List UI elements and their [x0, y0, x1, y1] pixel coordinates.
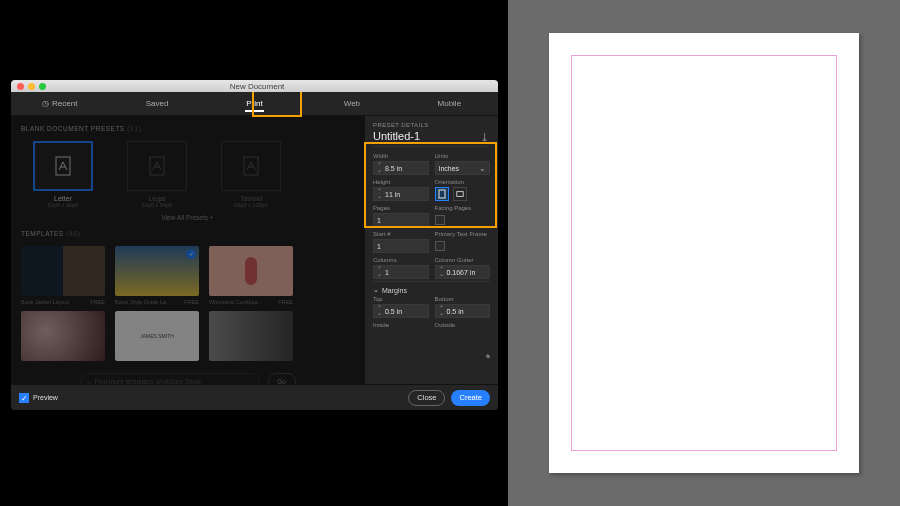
margins-disclosure[interactable]: ⌄Margins: [373, 281, 490, 294]
tab-recent[interactable]: ◷Recent: [11, 93, 108, 114]
create-button[interactable]: Create: [451, 390, 490, 406]
height-field[interactable]: ⌃⌄11 in: [373, 187, 429, 201]
presets-heading: BLANK DOCUMENT PRESETS: [21, 125, 125, 132]
margin-top-field[interactable]: ⌃⌄0.5 in: [373, 304, 429, 318]
tab-print[interactable]: Print: [206, 93, 303, 114]
orientation-landscape[interactable]: [453, 187, 467, 201]
window-title: New Document: [46, 82, 468, 91]
minimize-window-icon[interactable]: [28, 83, 35, 90]
link-margins-icon[interactable]: ⚭: [482, 351, 495, 364]
stepper-icon: ⌃⌄: [377, 267, 382, 277]
columns-field[interactable]: ⌃⌄1: [373, 265, 429, 279]
orientation-portrait[interactable]: [435, 187, 449, 201]
stepper-icon: ⌃⌄: [377, 189, 382, 199]
tab-saved[interactable]: Saved: [108, 93, 205, 114]
tab-web[interactable]: Web: [303, 93, 400, 114]
close-button[interactable]: Close: [408, 390, 445, 406]
stepper-icon: ⌃⌄: [439, 267, 444, 277]
view-all-presets[interactable]: View All Presets +: [21, 214, 354, 221]
units-select[interactable]: Inches: [435, 161, 491, 175]
template-book-jacket[interactable]: Book Jacket LayoutFREE: [21, 246, 105, 305]
category-tabs: ◷Recent Saved Print Web Mobile: [11, 92, 498, 116]
svg-rect-1: [150, 157, 164, 175]
primary-text-frame-checkbox[interactable]: [435, 241, 445, 251]
preset-legal[interactable]: Legal 51p0 x 84p0: [115, 141, 199, 208]
chevron-down-icon: ⌄: [373, 286, 379, 294]
template-cookbook[interactable]: Whimsical Cookboo…FREE: [209, 246, 293, 305]
gutter-field[interactable]: ⌃⌄0.1667 in: [435, 265, 491, 279]
preset-letter[interactable]: Letter 51p0 x 66p0: [21, 141, 105, 208]
svg-rect-2: [244, 157, 258, 175]
zoom-window-icon[interactable]: [39, 83, 46, 90]
preset-tabloid[interactable]: Tabloid 66p0 x 102p0: [209, 141, 293, 208]
presets-panel: BLANK DOCUMENT PRESETS (11) Letter 51p0 …: [11, 116, 364, 410]
width-field[interactable]: ⌃⌄8.5 in: [373, 161, 429, 175]
stepper-icon: ⌃⌄: [377, 163, 382, 173]
window-titlebar: New Document: [11, 80, 498, 92]
tab-mobile[interactable]: Mobile: [401, 93, 498, 114]
svg-rect-0: [56, 157, 70, 175]
facing-pages-checkbox[interactable]: [435, 215, 445, 225]
template-style-guide[interactable]: ✓ Basic Style Guide La…FREE: [115, 246, 199, 305]
blank-page: [549, 33, 859, 473]
result-preview-panel: [508, 0, 900, 506]
save-preset-icon[interactable]: ⤓: [480, 131, 490, 141]
stepper-icon: ⌃⌄: [377, 306, 382, 316]
tutorial-left-panel: New Document ◷Recent Saved Print Web Mob…: [0, 0, 508, 506]
templates-heading: TEMPLATES: [21, 230, 64, 237]
close-window-icon[interactable]: [17, 83, 24, 90]
svg-rect-3: [439, 190, 445, 198]
clock-icon: ◷: [42, 99, 49, 108]
details-heading: PRESET DETAILS: [373, 122, 490, 128]
cloud-badge-icon: ✓: [186, 249, 196, 259]
margin-bottom-field[interactable]: ⌃⌄0.5 in: [435, 304, 491, 318]
document-name[interactable]: Untitled-1: [373, 130, 420, 142]
svg-rect-4: [456, 192, 462, 197]
preview-checkbox[interactable]: [19, 393, 29, 403]
start-number-field[interactable]: 1: [373, 239, 429, 253]
stepper-icon: ⌃⌄: [439, 306, 444, 316]
preset-details-panel: PRESET DETAILS Untitled-1⤓ Width Units ⌃…: [364, 116, 498, 410]
dialog-footer: Preview Close Create: [11, 384, 498, 410]
template-row2-b[interactable]: JAMES SMITH: [115, 311, 199, 361]
new-document-dialog: ◷Recent Saved Print Web Mobile BLANK DOC…: [11, 80, 498, 410]
pages-field[interactable]: 1: [373, 213, 429, 227]
template-row2-a[interactable]: [21, 311, 105, 361]
template-row2-c[interactable]: [209, 311, 293, 361]
margin-guide: [571, 55, 837, 451]
